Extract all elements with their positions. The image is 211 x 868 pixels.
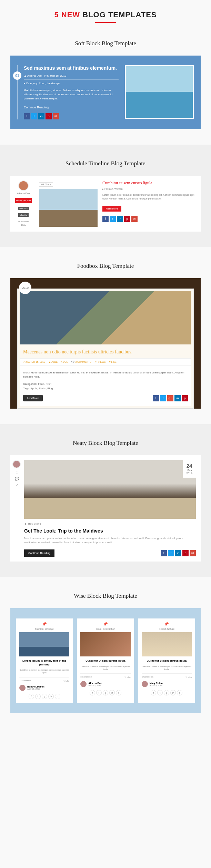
post-title[interactable]: Curabitur ut sem cursus ligula: [102, 181, 196, 186]
author[interactable]: Alberta Doe: [27, 74, 42, 77]
linkedin-icon[interactable]: in: [48, 694, 54, 699]
post-excerpt: Curabitur ut sem et leo semper cursus cu…: [80, 665, 130, 671]
post-title[interactable]: Sed maximus sem at finibus elementum.: [24, 65, 119, 71]
author[interactable]: Alberta Doe: [88, 682, 102, 684]
author[interactable]: ALBERTA DOE: [51, 361, 68, 363]
avatar[interactable]: [142, 681, 148, 687]
avatar[interactable]: [12, 460, 21, 468]
likes-count[interactable]: 8 Like: [15, 224, 32, 227]
author[interactable]: Troy Stone: [28, 522, 41, 525]
load-more-button[interactable]: Load More: [23, 395, 43, 401]
side-icons: ♡ 💬 ↗: [12, 460, 21, 489]
pinterest-icon[interactable]: p: [177, 690, 182, 695]
schedule-section: Schedule Timeline Blog Template Alberta …: [0, 145, 211, 247]
author[interactable]: Mary Robin: [150, 682, 163, 684]
twitter-icon[interactable]: t: [110, 216, 116, 222]
email-icon[interactable]: ✉: [131, 216, 138, 222]
post-image[interactable]: 24 May 2019: [24, 460, 196, 519]
email-icon[interactable]: ✉: [190, 550, 196, 556]
linkedin-icon[interactable]: in: [174, 395, 181, 401]
twitter-icon[interactable]: t: [157, 690, 163, 695]
post-image[interactable]: [20, 291, 191, 344]
categories[interactable]: Fashion, Lifestyle: [19, 628, 69, 630]
linkedin-icon[interactable]: in: [38, 113, 44, 119]
post-image[interactable]: [142, 632, 192, 656]
linkedin-icon[interactable]: in: [175, 550, 181, 556]
like-wrap[interactable]: ♡ Like: [63, 680, 70, 682]
share-icon[interactable]: ↗: [12, 483, 21, 487]
pinterest-icon[interactable]: p: [182, 550, 189, 556]
user-icon: ▲: [24, 522, 27, 525]
cat-row: Categories: Food, Fruit: [23, 382, 188, 386]
post-image[interactable]: [19, 632, 69, 656]
facebook-icon[interactable]: f: [24, 113, 30, 119]
comments[interactable]: 6 Comments: [142, 676, 153, 678]
tag[interactable]: Lifestyle: [18, 213, 29, 217]
facebook-icon[interactable]: f: [153, 395, 159, 401]
twitter-icon[interactable]: t: [35, 694, 41, 699]
facebook-icon[interactable]: f: [151, 690, 156, 695]
heart-icon[interactable]: ♡: [12, 471, 21, 475]
twitter-icon[interactable]: t: [160, 395, 166, 401]
post-image[interactable]: [125, 65, 194, 119]
pinterest-icon[interactable]: p: [182, 395, 188, 401]
likes[interactable]: LIKE: [111, 361, 117, 363]
linkedin-icon[interactable]: in: [109, 690, 115, 695]
facebook-icon[interactable]: f: [29, 694, 34, 699]
post-title[interactable]: Get The Look: Trip to the Maldives: [24, 528, 196, 534]
categories[interactable]: Fashion, Women: [104, 188, 123, 190]
linkedin-icon[interactable]: in: [117, 216, 123, 222]
foodbox-card: Maecenas non odio nec turpis facilisis u…: [17, 289, 194, 409]
categories[interactable]: Cake, Celebration: [80, 628, 130, 630]
author[interactable]: Alberta Doe: [15, 192, 32, 195]
read-more-button[interactable]: Read More: [102, 206, 121, 212]
post-image[interactable]: [80, 632, 130, 656]
categories[interactable]: Road, Landscape: [39, 82, 60, 85]
post-image[interactable]: [39, 189, 98, 227]
avatar[interactable]: [18, 181, 29, 191]
email-icon[interactable]: ✉: [53, 113, 59, 119]
like-wrap[interactable]: ♡ Like: [185, 676, 192, 678]
linkedin-icon[interactable]: in: [170, 690, 176, 695]
comment-icon[interactable]: 💬: [12, 477, 21, 481]
tags[interactable]: Apple, Fruits, Blog: [30, 387, 53, 390]
read-more-link[interactable]: Continue Reading: [24, 106, 119, 109]
avatar[interactable]: [19, 685, 26, 691]
template-title: Soft Block Blog Template: [10, 40, 201, 47]
pinterest-icon[interactable]: p: [124, 216, 130, 222]
comments[interactable]: 2 Comments: [19, 680, 31, 682]
template-title: Neaty Block Blog Template: [10, 440, 201, 447]
categories[interactable]: Food, Fruit: [38, 382, 51, 386]
pinterest-icon[interactable]: p: [116, 690, 121, 695]
comments-count[interactable]: 2 Comments: [15, 220, 32, 224]
comments[interactable]: 3 Comments: [80, 676, 92, 678]
template-title: Foodbox Blog Template: [10, 263, 201, 270]
twitter-icon[interactable]: t: [168, 550, 174, 556]
googleplus-icon[interactable]: g: [42, 694, 47, 699]
twitter-icon[interactable]: t: [96, 690, 102, 695]
googleplus-icon[interactable]: g: [103, 690, 108, 695]
pinterest-icon[interactable]: p: [55, 694, 60, 699]
comment-icon: 💬: [71, 361, 74, 363]
author[interactable]: Bobby Lawson: [27, 685, 44, 688]
post-title[interactable]: Curabitur ut sem cursus ligula: [80, 659, 130, 663]
googleplus-icon[interactable]: g+: [167, 395, 173, 401]
post-title[interactable]: Lorem Ipsum is simply text of the printi…: [19, 659, 69, 666]
like-wrap[interactable]: ♡ Like: [124, 676, 131, 678]
tag[interactable]: Beautiful: [18, 207, 29, 210]
facebook-icon[interactable]: f: [161, 550, 167, 556]
continue-reading-button[interactable]: Continue Reading: [24, 549, 54, 557]
facebook-icon[interactable]: f: [102, 216, 109, 222]
avatar[interactable]: [80, 681, 87, 687]
post-meta: ▸ Fashion, Women: [102, 188, 196, 191]
post-title[interactable]: Curabitur ut sem cursus ligula: [142, 659, 192, 663]
post-title[interactable]: Maecenas non odio nec turpis facilisis u…: [20, 344, 191, 358]
comments[interactable]: 3 COMMENTS: [75, 361, 91, 363]
post-meta: ◷ MARCH 15, 2019 ▲ ALBERTA DOE 💬 3 COMME…: [20, 358, 191, 366]
pinterest-icon[interactable]: p: [46, 113, 52, 119]
googleplus-icon[interactable]: g: [164, 690, 169, 695]
post-excerpt: Morbi id viverra neque, sit amet finibus…: [24, 88, 119, 101]
categories[interactable]: Desert, Nature: [142, 628, 192, 630]
facebook-icon[interactable]: f: [90, 690, 95, 695]
twitter-icon[interactable]: t: [31, 113, 37, 119]
